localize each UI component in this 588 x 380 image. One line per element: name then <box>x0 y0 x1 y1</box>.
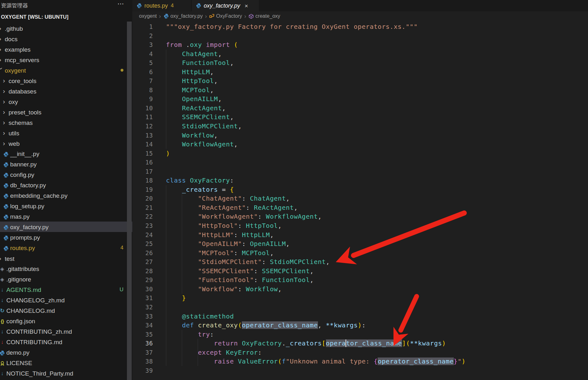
line-number: 35 <box>132 330 153 339</box>
line-number: 9 <box>132 94 153 104</box>
breadcrumb-item-oxy-factory-py[interactable]: oxy_factory.py <box>163 13 203 19</box>
tree-item-label: demo.py <box>6 349 30 356</box>
line-number: 18 <box>132 176 153 185</box>
tree-item-oxy[interactable]: ›oxy <box>0 96 132 106</box>
tree-item-log-setup-py[interactable]: log_setup.py <box>0 201 132 211</box>
close-icon[interactable]: × <box>245 3 248 9</box>
editor-tab-bar: routes.py 4 oxy_factory.py × <box>132 0 588 11</box>
tree-item-config-json[interactable]: {}config.json <box>0 316 132 326</box>
python-icon <box>3 245 9 252</box>
line-number: 39 <box>132 366 153 375</box>
tree-item-schemas[interactable]: ›schemas <box>0 117 132 127</box>
tree-item-label: AGENTS.md <box>6 287 41 293</box>
chevron-right-icon: › <box>0 33 3 44</box>
code-line-12: 12 StdioMCPClient, <box>132 122 588 131</box>
tree-item-label: embedding_cache.py <box>10 192 68 199</box>
code-line-16: 16 <box>132 158 588 167</box>
tree-item-test[interactable]: ›test <box>0 253 132 263</box>
line-number: 20 <box>132 194 153 203</box>
tree-item-demo-py[interactable]: demo.py <box>0 347 132 357</box>
tree-item-web[interactable]: ›web <box>0 138 132 148</box>
tree-item-label: db_factory.py <box>10 182 46 189</box>
breadcrumb-item-create-oxy[interactable]: create_oxy <box>248 13 280 19</box>
line-number: 31 <box>132 293 153 303</box>
chevron-right-icon: › <box>3 96 7 106</box>
chevron-right-icon: › <box>3 86 7 96</box>
tree-item--github[interactable]: ›.github <box>0 23 132 33</box>
tree-item-label: CONTRIBUTING.md <box>6 339 62 345</box>
tree-item-label: prompts.py <box>10 234 40 241</box>
line-number: 13 <box>132 131 153 140</box>
breadcrumb-item-oxyfactory[interactable]: OxyFactory <box>209 13 242 19</box>
tree-item-utils[interactable]: ›utils <box>0 127 132 138</box>
tree-item-config-py[interactable]: config.py <box>0 169 132 180</box>
python-icon <box>0 349 5 356</box>
line-number: 1 <box>132 22 153 31</box>
more-actions-icon[interactable]: ⋯ <box>117 0 125 8</box>
tree-item-routes-py[interactable]: routes.py4 <box>0 242 132 253</box>
tree-item-agents-md[interactable]: ↓AGENTS.mdU <box>0 284 132 295</box>
tree-item-notice-third-party-md[interactable]: ↓NOTICE_Third_Party.md <box>0 368 132 378</box>
tree-item-label: .github <box>5 25 23 32</box>
line-number: 26 <box>132 248 153 258</box>
markdown-icon: ↓ <box>0 370 5 377</box>
tree-item-changelog-zh-md[interactable]: ↓CHANGELOG_zh.md <box>0 295 132 305</box>
tree-item-label: utils <box>9 130 19 137</box>
code-line-27: 27 "StdioMCPClient": StdioMCPClient, <box>132 257 588 267</box>
chevron-right-icon: › <box>0 253 3 263</box>
tree-item-label: oxy_factory.py <box>10 224 49 230</box>
tree-item-label: docs <box>5 36 17 42</box>
tree-item-databases[interactable]: ›databases <box>0 86 132 96</box>
tree-item-mas-py[interactable]: mas.py <box>0 211 132 222</box>
tree-item-contributing-zh-md[interactable]: ↓CONTRIBUTING_zh.md <box>0 326 132 337</box>
workspace-section-header[interactable]: OXYGENT [WSL: UBUNTU] <box>1 14 69 20</box>
tree-item-label: NOTICE_Third_Party.md <box>6 370 73 377</box>
breadcrumb-separator: › <box>205 13 207 20</box>
tree-item--gitignore[interactable]: ◈.gitignore <box>0 274 132 284</box>
python-icon <box>3 224 9 231</box>
breadcrumb-label: oxy_factory.py <box>170 13 203 19</box>
tree-item-label: schemas <box>9 119 33 126</box>
tree-item-examples[interactable]: ›examples <box>0 44 132 54</box>
line-number: 14 <box>132 140 153 149</box>
tree-item-oxy-factory-py[interactable]: oxy_factory.py <box>0 222 132 232</box>
tree-item--gitattributes[interactable]: ◈.gitattributes <box>0 263 132 274</box>
tab-routes-py[interactable]: routes.py 4 <box>132 0 191 11</box>
tree-item-mcp-servers[interactable]: ›mcp_servers <box>0 54 132 65</box>
tree-item-changelog-md[interactable]: ↻CHANGELOG.md <box>0 305 132 316</box>
code-line-5: 5 FunctionTool, <box>132 58 588 68</box>
line-number: 10 <box>132 104 153 113</box>
tree-item-banner-py[interactable]: banner.py <box>0 159 132 169</box>
breadcrumb-label: oxygent <box>139 13 157 19</box>
tree-item-core-tools[interactable]: ›core_tools <box>0 75 132 86</box>
tree-item-contributing-md[interactable]: ↓CONTRIBUTING.md <box>0 337 132 347</box>
tree-item-embedding-cache-py[interactable]: embedding_cache.py <box>0 190 132 201</box>
line-number: 38 <box>132 357 153 366</box>
tree-item-preset-tools[interactable]: ›preset_tools <box>0 106 132 117</box>
line-number: 25 <box>132 239 153 248</box>
python-icon <box>3 182 9 189</box>
code-line-18: 18class OxyFactory: <box>132 176 588 185</box>
breadcrumb-separator: › <box>244 13 246 20</box>
git-file-icon: ◈ <box>0 266 5 272</box>
code-line-22: 22 "WorkflowAgent": WorkflowAgent, <box>132 212 588 221</box>
git-file-icon: ◈ <box>0 276 5 282</box>
tree-item-label: examples <box>5 46 30 53</box>
tree-item-docs[interactable]: ›docs <box>0 33 132 44</box>
breadcrumb-item-oxygent[interactable]: oxygent <box>139 13 157 19</box>
tree-item-db-factory-py[interactable]: db_factory.py <box>0 180 132 190</box>
line-number: 19 <box>132 185 153 194</box>
sidebar-scrollbar[interactable] <box>127 22 132 380</box>
line-number: 4 <box>132 49 153 59</box>
line-number: 34 <box>132 321 153 330</box>
tree-item-label: config.py <box>10 171 34 178</box>
code-editor[interactable]: 1"""oxy_factory.py Factory for creating … <box>132 22 588 375</box>
tab-label: routes.py <box>144 3 168 9</box>
code-line-8: 8 MCPTool, <box>132 86 588 95</box>
code-line-34: 34 def create_oxy(operator_class_name, *… <box>132 321 588 330</box>
tree-item--init-py[interactable]: __init__.py <box>0 148 132 159</box>
tree-item-prompts-py[interactable]: prompts.py <box>0 232 132 242</box>
tab-oxy-factory-py[interactable]: oxy_factory.py × <box>192 0 259 11</box>
tree-item-oxygent[interactable]: ›oxygent <box>0 65 132 75</box>
tree-item-license[interactable]: LICENSE <box>0 357 132 368</box>
